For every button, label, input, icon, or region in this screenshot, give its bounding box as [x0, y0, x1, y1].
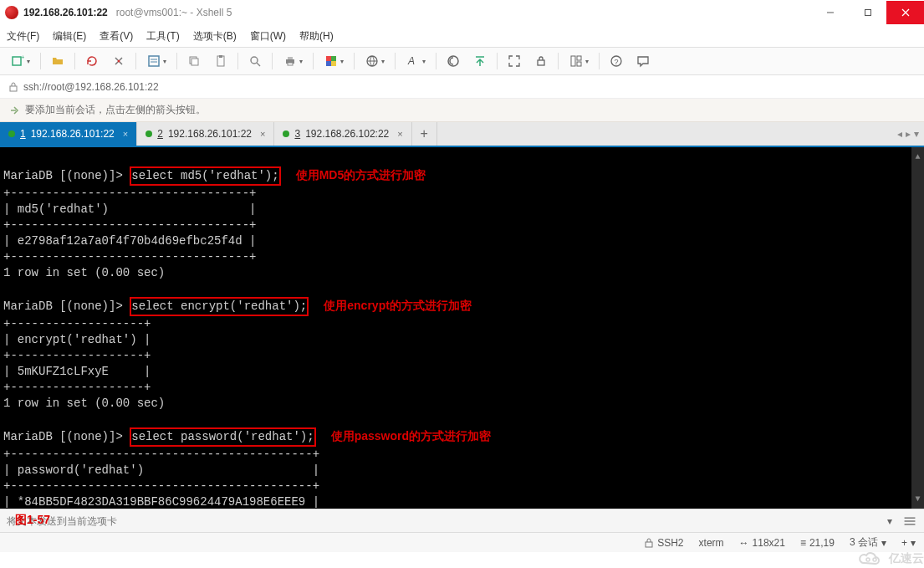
col-header: | encrypt('redhat') | — [3, 333, 151, 346]
arrow-add-icon[interactable] — [8, 105, 20, 116]
terminal[interactable]: MariaDB [(none)]> select md5('redhat');使… — [0, 147, 924, 509]
infobar-text: 要添加当前会话，点击左侧的箭头按钮。 — [25, 103, 206, 117]
svg-rect-19 — [326, 56, 331, 61]
svg-rect-11 — [191, 59, 198, 65]
svg-rect-18 — [288, 63, 293, 65]
figure-caption: 图1-57 — [15, 513, 50, 528]
addressbar: ssh://root@192.168.26.101:22 — [0, 75, 924, 99]
svg-point-38 — [866, 558, 870, 561]
feedback-button[interactable] — [631, 50, 655, 72]
tabs-scroll: ◂ ▸ ▾ — [892, 122, 924, 146]
tab-close-icon[interactable]: × — [397, 129, 402, 139]
session-tab-2[interactable]: 2 192.168.26.101:22 × — [137, 122, 274, 146]
lock-button[interactable] — [529, 50, 553, 72]
toolbar-sep — [313, 53, 314, 69]
properties-button[interactable] — [141, 50, 171, 72]
svg-rect-17 — [288, 57, 293, 59]
help-button[interactable]: ? — [605, 50, 628, 72]
toolbar: + A ? — [0, 47, 924, 75]
app-icon — [5, 6, 18, 19]
svg-rect-37 — [646, 542, 652, 547]
tab-close-icon[interactable]: × — [123, 129, 128, 139]
cursor-icon: ≡ — [800, 537, 806, 549]
sep: +----------------------------------+ — [3, 187, 256, 200]
status-sessions[interactable]: 3 会话 ▾ — [850, 535, 886, 550]
svg-point-14 — [251, 57, 258, 64]
toolbar-sep — [135, 53, 136, 69]
layout-button[interactable] — [564, 50, 594, 72]
menu-edit[interactable]: 编辑(E) — [53, 29, 86, 43]
menu-tools[interactable]: 工具(T) — [146, 29, 179, 43]
toolbar-sep — [497, 53, 498, 69]
add-tab-button[interactable]: + — [412, 122, 437, 146]
new-session-button[interactable]: + — [5, 50, 35, 72]
watermark-text: 亿速云 — [889, 551, 924, 566]
xagent-button[interactable] — [442, 50, 465, 72]
svg-text:?: ? — [615, 58, 619, 66]
annot-encrypt: 使用encrypt的方式进行加密 — [324, 299, 472, 312]
tab-label: 192.168.26.101:22 — [168, 128, 252, 140]
col-header: | password('redhat') | — [3, 463, 319, 477]
disconnect-button[interactable] — [107, 50, 130, 72]
scroll-up-icon[interactable]: ▲ — [915, 149, 920, 165]
maximize-button[interactable] — [849, 1, 886, 24]
status-pos: ≡21,19 — [800, 537, 835, 549]
menu-view[interactable]: 查看(V) — [100, 29, 133, 43]
tab-label: 192.168.26.102:22 — [305, 128, 389, 140]
close-button[interactable] — [886, 1, 924, 24]
window-title-main: 192.168.26.101:22 — [23, 7, 108, 18]
chevron-down-icon: ▾ — [911, 537, 916, 549]
svg-rect-4 — [13, 57, 21, 65]
status-term: xterm — [699, 537, 724, 549]
reconnect-button[interactable] — [80, 50, 104, 72]
tab-scroll-left-icon[interactable]: ◂ — [897, 128, 902, 140]
compose-dropdown-icon[interactable]: ▾ — [882, 514, 897, 529]
color-scheme-button[interactable] — [319, 50, 349, 72]
watermark: 亿速云 — [857, 551, 924, 566]
sep: +-------------------+ — [3, 317, 151, 330]
copy-button[interactable] — [182, 50, 206, 72]
prompt: MariaDB [(none)]> — [3, 430, 123, 443]
tab-list-icon[interactable]: ▾ — [914, 128, 919, 140]
terminal-scrollbar[interactable]: ▲▼ — [911, 147, 924, 509]
encoding-button[interactable] — [360, 50, 390, 72]
session-tab-1[interactable]: 1 192.168.26.101:22 × — [0, 122, 137, 146]
compose-menu-icon[interactable] — [902, 514, 917, 529]
sep: +---------------------------------------… — [3, 448, 319, 461]
row-value: | 5mKUFZ1cLFxyE | — [3, 365, 151, 378]
font-button[interactable]: A — [401, 50, 431, 72]
scroll-down-icon[interactable]: ▼ — [915, 491, 920, 507]
menu-window[interactable]: 窗口(W) — [250, 29, 286, 43]
rows-msg: 1 row in set (0.00 sec) — [3, 266, 165, 279]
fullscreen-button[interactable] — [503, 50, 526, 72]
statusbar: SSH2 xterm ↔118x21 ≡21,19 3 会话 ▾ + ▾ — [0, 532, 924, 552]
toolbar-sep — [395, 53, 396, 69]
compose-input[interactable] — [7, 515, 542, 527]
prompt: MariaDB [(none)]> — [3, 169, 123, 182]
col-header: | md5('redhat') | — [3, 202, 256, 216]
svg-rect-30 — [577, 62, 581, 66]
plus-icon: + — [421, 126, 428, 141]
tab-num: 2 — [157, 128, 163, 140]
session-tab-3[interactable]: 3 192.168.26.102:22 × — [274, 122, 411, 146]
cloud-icon — [857, 551, 886, 566]
svg-point-39 — [873, 558, 876, 561]
tab-close-icon[interactable]: × — [260, 129, 265, 139]
open-button[interactable] — [46, 50, 69, 72]
status-extra[interactable]: + ▾ — [901, 537, 916, 549]
xftp-button[interactable] — [468, 50, 492, 72]
menu-help[interactable]: 帮助(H) — [299, 29, 334, 43]
cmd-md5: select md5('redhat'); — [130, 166, 280, 186]
minimize-button[interactable] — [811, 1, 849, 24]
tab-scroll-right-icon[interactable]: ▸ — [906, 128, 911, 140]
toolbar-sep — [176, 53, 177, 69]
annot-md5: 使用MD5的方式进行加密 — [296, 168, 426, 182]
toolbar-sep — [599, 53, 600, 69]
paste-button[interactable] — [209, 50, 232, 72]
address-url[interactable]: ssh://root@192.168.26.101:22 — [23, 81, 159, 93]
toolbar-sep — [558, 53, 559, 69]
menu-tabs[interactable]: 选项卡(B) — [193, 29, 237, 43]
print-button[interactable] — [278, 50, 308, 72]
menu-file[interactable]: 文件(F) — [7, 29, 39, 43]
find-button[interactable] — [243, 50, 267, 72]
